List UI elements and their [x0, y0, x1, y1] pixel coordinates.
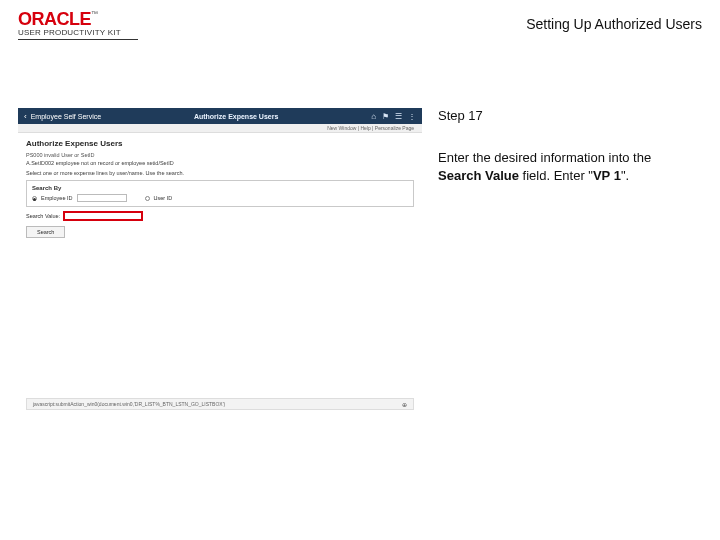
status-url-text: javascript:submitAction_win0(document.wi… [33, 401, 225, 407]
page-desc-1: A.SetID002 employee not on record or emp… [26, 160, 414, 166]
search-value-input[interactable] [63, 211, 143, 221]
status-url-bar: javascript:submitAction_win0(document.wi… [26, 398, 414, 410]
page-desc-2: Select one or more expense lines by user… [26, 170, 414, 176]
employee-id-input[interactable] [77, 194, 127, 202]
field-name: Search Value [438, 168, 519, 183]
sub-bar: New Window | Help | Personalize Page [18, 124, 422, 133]
flag-icon[interactable]: ⚑ [382, 112, 389, 121]
menu-icon[interactable]: ⋮ [408, 112, 416, 121]
instruction-panel: Step 17 Enter the desired information in… [438, 108, 702, 420]
instruction-text: Enter the desired information into the S… [438, 149, 678, 184]
page-subtitle: PS000 invalid User or SetID [26, 152, 414, 158]
logo-tm: ™ [91, 10, 98, 17]
home-icon[interactable]: ⌂ [371, 112, 376, 121]
back-chevron-icon[interactable]: ‹ [24, 112, 27, 121]
back-label[interactable]: Employee Self Service [31, 113, 101, 120]
radio-user-id-label: User ID [154, 195, 173, 201]
search-button[interactable]: Search [26, 226, 65, 238]
embedded-screenshot: ‹ Employee Self Service Authorize Expens… [18, 108, 422, 420]
logo-block: ORACLE™ USER PRODUCTIVITY KIT [18, 10, 138, 40]
search-by-legend: Search By [32, 185, 408, 191]
page-title: Authorize Expense Users [26, 139, 414, 148]
radio-user-id[interactable] [145, 196, 150, 201]
search-by-box: Search By Employee ID User ID [26, 180, 414, 207]
logo-rule [18, 39, 138, 40]
step-label: Step 17 [438, 108, 702, 123]
logo-product: USER PRODUCTIVITY KIT [18, 29, 138, 37]
radio-employee-id-label: Employee ID [41, 195, 73, 201]
list-icon[interactable]: ☰ [395, 112, 402, 121]
radio-employee-id[interactable] [32, 196, 37, 201]
appbar-title: Authorize Expense Users [194, 113, 278, 120]
zoom-icon[interactable]: ⊕ [402, 401, 407, 408]
app-bar: ‹ Employee Self Service Authorize Expens… [18, 108, 422, 124]
enter-value: VP 1 [593, 168, 621, 183]
doc-title: Setting Up Authorized Users [526, 16, 702, 32]
logo-brand: ORACLE [18, 9, 91, 29]
search-value-label: Search Value: [26, 213, 60, 219]
